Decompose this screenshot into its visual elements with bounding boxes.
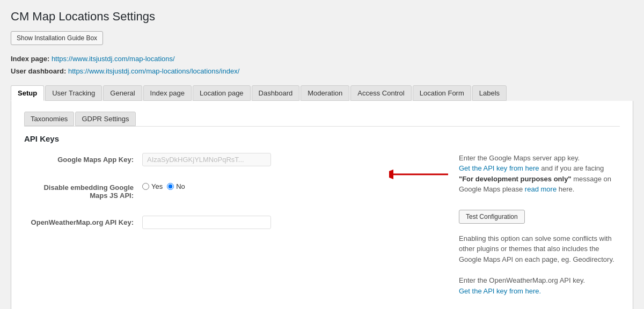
radio-no[interactable] — [167, 183, 174, 190]
user-dashboard-label: User dashboard: — [11, 67, 66, 75]
disable-gmaps-field: Yes No — [142, 182, 185, 200]
index-page-label: Index page: — [11, 55, 49, 63]
content-right: Enter the Google Maps server app key. Ge… — [459, 153, 620, 307]
radio-no-label[interactable]: No — [167, 182, 185, 190]
openweather-description: Enter the OpenWeatherMap.org API key. Ge… — [459, 275, 620, 296]
radio-yes-text: Yes — [151, 182, 163, 190]
disable-embedding-description: Enabling this option can solve some conf… — [459, 233, 620, 265]
tab-labels[interactable]: Labels — [472, 85, 507, 101]
tab-dashboard[interactable]: Dashboard — [252, 85, 300, 101]
google-maps-dev-warning: "For development purposes only" — [459, 175, 572, 183]
tab-user-tracking[interactable]: User Tracking — [45, 85, 102, 101]
google-maps-desc-text: Enter the Google Maps server app key. — [459, 154, 580, 162]
tab-access-control[interactable]: Access Control — [350, 85, 411, 101]
page-title: CM Map Locations Settings — [11, 10, 633, 24]
get-api-key-link[interactable]: Get the API key from here — [459, 164, 539, 172]
content-layout: Google Maps App Key: Disable embedding G… — [24, 153, 620, 307]
main-content: TaxonomiesGDPR Settings API Keys Google … — [11, 101, 633, 309]
openweather-text: Enter the OpenWeatherMap.org API key. — [459, 276, 585, 284]
radio-yes-label[interactable]: Yes — [142, 182, 163, 190]
google-maps-key-field — [142, 153, 271, 166]
tab-setup[interactable]: Setup — [11, 85, 44, 101]
openweather-key-input[interactable] — [142, 216, 271, 229]
openweather-key-field — [142, 216, 271, 229]
info-links: Index page: https://www.itsjustdj.com/ma… — [11, 53, 633, 78]
user-dashboard-link[interactable]: https://www.itsjustdj.com/map-locations/… — [68, 67, 239, 75]
section-title: API Keys — [24, 134, 620, 143]
disable-gmaps-label: Disable embedding Google Maps JS API: — [24, 182, 142, 200]
red-arrow-icon — [389, 164, 453, 185]
tab-moderation[interactable]: Moderation — [301, 85, 349, 101]
index-page-link[interactable]: https://www.itsjustdj.com/map-locations/ — [52, 55, 175, 63]
test-configuration-button[interactable]: Test Configuration — [459, 210, 525, 224]
read-more-link[interactable]: read more — [525, 185, 557, 193]
tab-index-page[interactable]: Index page — [143, 85, 192, 101]
google-maps-key-input[interactable] — [142, 153, 271, 166]
radio-group: Yes No — [142, 182, 185, 190]
tab-location-page[interactable]: Location page — [193, 85, 251, 101]
google-maps-info-block: Enter the Google Maps server app key. Ge… — [459, 153, 620, 224]
red-arrow-container — [389, 164, 453, 188]
google-maps-description: Enter the Google Maps server app key. Ge… — [459, 153, 620, 195]
google-maps-key-row: Google Maps App Key: — [24, 153, 448, 166]
openweather-key-row: OpenWeatherMap.org API Key: — [24, 216, 448, 229]
disable-embedding-text: Enabling this option can solve some conf… — [459, 234, 614, 263]
google-maps-desc-final: here. — [559, 185, 575, 193]
google-maps-desc-middle: and if you are facing — [541, 164, 604, 172]
google-maps-key-label: Google Maps App Key: — [24, 153, 142, 166]
radio-yes[interactable] — [142, 183, 149, 190]
tab-general[interactable]: General — [103, 85, 142, 101]
radio-no-text: No — [176, 182, 185, 190]
tab-taxonomies[interactable]: Taxonomies — [24, 112, 74, 126]
tabs-row-1-container: SetupUser TrackingGeneralIndex pageLocat… — [11, 85, 633, 101]
tab-gdpr-settings[interactable]: GDPR Settings — [75, 112, 135, 126]
openweather-api-key-link[interactable]: Get the API key from here. — [459, 287, 541, 295]
disable-gmaps-row: Disable embedding Google Maps JS API: Ye… — [24, 182, 448, 200]
install-guide-button[interactable]: Show Installation Guide Box — [11, 31, 103, 45]
tab-location-form[interactable]: Location Form — [413, 85, 471, 101]
openweather-key-label: OpenWeatherMap.org API Key: — [24, 216, 142, 229]
